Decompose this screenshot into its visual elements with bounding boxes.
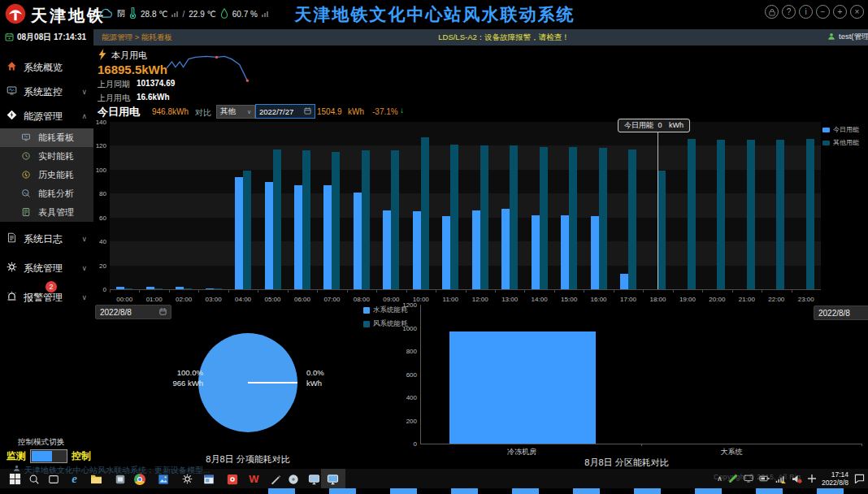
sidebar-item-system[interactable]: 系统管理∨ [0, 256, 93, 280]
preview-tile[interactable] [268, 488, 295, 494]
tray-clock[interactable]: 17:142022/8/8 [822, 470, 848, 487]
bar-其他用能-19:00[interactable] [688, 139, 696, 289]
bar-今日用能-15:00[interactable] [561, 215, 569, 289]
preview-tile[interactable] [329, 488, 356, 494]
sidebar-item-overview[interactable]: 系统概览 [0, 55, 93, 80]
bar-其他用能-01:00[interactable] [154, 288, 163, 289]
bar-今日用能-01:00[interactable] [146, 287, 154, 289]
bar-其他用能-08:00[interactable] [362, 150, 370, 289]
bar-其他用能-15:00[interactable] [569, 147, 577, 289]
pie-water-value: 966 kWh [134, 378, 203, 388]
bar-今日用能-10:00[interactable] [413, 211, 421, 289]
sidebar-subitem-label: 能耗看板 [38, 132, 74, 144]
legend-item-今日用能[interactable]: 今日用能 [822, 125, 859, 134]
bar-其他用能-17:00[interactable] [628, 150, 636, 289]
bar-其他用能-03:00[interactable] [214, 288, 222, 289]
preview-tile[interactable] [451, 488, 478, 494]
taskbar-icon-display-active[interactable] [326, 472, 340, 486]
breadcrumb[interactable]: 能源管理 > 能耗看板 [102, 32, 172, 43]
preview-tile[interactable] [390, 488, 417, 494]
control-mode-toggle[interactable] [30, 449, 67, 463]
bar-其他用能-00:00[interactable] [124, 288, 132, 289]
alarm-message[interactable]: LDS/LS-A2：设备故障报警，请检查！ [366, 32, 642, 43]
notification-toast[interactable]: 天津地铁文化中心站风水联动系统：更新设备模型... [13, 465, 210, 476]
chevron-up-icon[interactable]: ∧ [717, 474, 723, 483]
bar-今日用能-03:00[interactable] [206, 288, 214, 289]
minimize-icon[interactable]: − [816, 5, 830, 19]
bar-其他用能-05:00[interactable] [273, 150, 281, 289]
close-icon[interactable]: × [850, 5, 864, 19]
preview-tile[interactable] [512, 488, 539, 494]
bar-其他用能-13:00[interactable] [510, 145, 518, 289]
preview-tile[interactable] [695, 488, 722, 494]
bar-其他用能-22:00[interactable] [776, 140, 784, 289]
sidebar-subitem-dashboard[interactable]: 能耗看板 [0, 128, 93, 147]
sidebar-subitem-history[interactable]: 历史能耗 [0, 166, 93, 184]
bar-今日用能-14:00[interactable] [532, 215, 540, 289]
taskbar-icon-pen[interactable] [268, 472, 282, 486]
bar-其他用能-07:00[interactable] [332, 152, 340, 289]
preview-tile[interactable] [573, 488, 600, 494]
x-tick-label: 20:00 [702, 296, 731, 303]
tray-display-icon[interactable] [744, 474, 753, 483]
bar-今日用能-16:00[interactable] [591, 216, 599, 289]
user-info[interactable]: test(管理员) [827, 32, 868, 42]
tray-battery-icon[interactable] [759, 474, 770, 483]
bar-其他用能-11:00[interactable] [450, 145, 458, 289]
sidebar-item-logs[interactable]: 系统日志∨ [0, 227, 93, 251]
bar-今日用能-04:00[interactable] [235, 177, 243, 289]
bar-今日用能-00:00[interactable] [116, 287, 124, 289]
bar-其他用能-21:00[interactable] [747, 140, 755, 289]
taskbar-icon-display[interactable] [307, 472, 321, 486]
legend-item-其他用能[interactable]: 其他用能 [822, 138, 859, 147]
bar-其他用能-10:00[interactable] [421, 137, 429, 289]
sidebar-subitem-realtime[interactable]: 实时能耗 [0, 147, 93, 166]
sidebar-item-energy[interactable]: 能源管理∧ [0, 104, 93, 128]
taskbar-icon-wps[interactable]: W [247, 472, 261, 486]
bar-其他用能-04:00[interactable] [243, 171, 251, 289]
bar-今日用能-02:00[interactable] [176, 287, 184, 289]
bar-今日用能-07:00[interactable] [323, 185, 332, 289]
tray-volume-muted-icon[interactable] [792, 474, 802, 483]
bar-今日用能-06:00[interactable] [294, 185, 302, 289]
hourly-legend[interactable]: 今日用能其他用能 [822, 125, 859, 151]
action-center-icon[interactable] [854, 474, 865, 483]
bar-今日用能-17:00[interactable] [620, 274, 628, 289]
bar-今日用能-08:00[interactable] [354, 193, 362, 289]
maximize-icon[interactable]: + [833, 5, 847, 19]
zone-plot-area[interactable] [420, 305, 862, 444]
bar-今日用能-09:00[interactable] [383, 210, 391, 289]
bar-其他用能-18:00[interactable] [658, 171, 666, 289]
bar-其他用能-16:00[interactable] [599, 148, 607, 289]
bar-其他用能-09:00[interactable] [391, 150, 399, 289]
tray-green-icon[interactable] [728, 474, 738, 483]
zone-date-picker[interactable]: 2022/8/8 [814, 306, 868, 320]
sidebar-subitem-analysis[interactable]: 能耗分析 [0, 184, 93, 203]
taskbar-icon-media-red[interactable] [225, 472, 239, 486]
pie-date-picker[interactable]: 2022/8/8 [95, 305, 171, 319]
sidebar-item-alarms[interactable]: 报警管理2∨ [0, 285, 93, 310]
tray-move-icon[interactable] [808, 474, 816, 483]
taskbar-icon-dvd[interactable] [286, 472, 300, 486]
bar-其他用能-12:00[interactable] [480, 145, 488, 289]
bar-其他用能-14:00[interactable] [540, 147, 548, 289]
preview-tile[interactable] [634, 488, 661, 494]
preview-tile[interactable] [817, 488, 844, 494]
bar-其他用能-02:00[interactable] [184, 288, 192, 289]
preview-tile[interactable] [756, 488, 783, 494]
sidebar-item-monitor[interactable]: 系统监控∨ [0, 80, 93, 104]
bar-其他用能-20:00[interactable] [717, 140, 725, 289]
lock-icon[interactable] [765, 5, 779, 19]
sidebar-subitem-meters[interactable]: 表具管理 [0, 203, 93, 222]
hourly-plot-area[interactable] [110, 122, 821, 290]
bar-今日用能-13:00[interactable] [501, 209, 510, 289]
bar-其他用能-23:00[interactable] [806, 139, 814, 289]
info-icon[interactable]: i [799, 5, 813, 19]
bar-今日用能-05:00[interactable] [265, 182, 273, 289]
bar-今日用能-11:00[interactable] [442, 216, 450, 289]
bar-今日用能-12:00[interactable] [472, 210, 480, 289]
tray-network-warning-icon[interactable] [775, 474, 786, 483]
zone-bar-冷冻机房[interactable] [449, 332, 596, 444]
help-icon[interactable]: ? [782, 5, 796, 19]
bar-其他用能-06:00[interactable] [302, 150, 310, 289]
